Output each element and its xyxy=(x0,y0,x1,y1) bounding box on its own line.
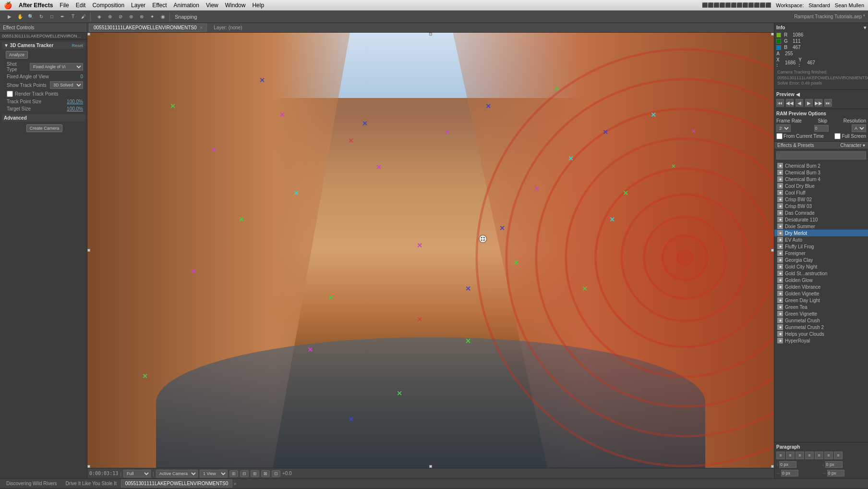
timeline-tab-close[interactable]: × xyxy=(233,481,236,487)
menu-window[interactable]: Window xyxy=(225,2,246,9)
preview-first[interactable]: ⏮ xyxy=(776,99,784,107)
effect-item-1[interactable]: ★Chemical Burn 3 xyxy=(774,169,868,176)
info-expand[interactable]: ▾ xyxy=(864,25,866,30)
tool-extra-1[interactable]: ◈ xyxy=(95,12,104,21)
timeline-tab-drive[interactable]: Drive It Like You Stole It xyxy=(61,479,121,488)
effect-item-14[interactable]: ★Georgia Clay xyxy=(774,257,868,263)
comp-tab-close[interactable]: × xyxy=(200,25,203,30)
handle-br[interactable] xyxy=(771,465,774,468)
toggle-grid[interactable]: ⊞ xyxy=(251,470,259,477)
space-after-input[interactable] xyxy=(825,461,843,468)
toggle-safe-zones[interactable]: ⊟ xyxy=(240,470,249,477)
effect-item-24[interactable]: ★Gunmetal Crush 2 xyxy=(774,324,868,330)
align-justify-left[interactable]: ≡ xyxy=(805,452,814,459)
view-mode-select[interactable]: Active Camera Custom View 1 Top Front xyxy=(156,470,198,477)
effect-item-12[interactable]: ★Fluffy Lil Frog xyxy=(774,243,868,250)
tool-extra-3[interactable]: ⊘ xyxy=(116,12,125,21)
tool-hand[interactable]: ✋ xyxy=(15,12,25,21)
effect-item-22[interactable]: ★Green Vignette xyxy=(774,310,868,317)
track-point-size-value[interactable]: 100.0% xyxy=(67,99,83,104)
preview-last[interactable]: ⏭ xyxy=(824,99,832,107)
analyze-button[interactable]: Analyze xyxy=(6,51,28,59)
viewport[interactable]: ✕ ✕ ✕ ✕ ✕ ✕ ✕ ✕ ✕ ✕ ✕ ✕ ✕ ✕ ✕ ✕ ✕ ✕ ✕ xyxy=(87,33,774,468)
target-size-value[interactable]: 100.0% xyxy=(67,106,83,111)
handle-tc[interactable] xyxy=(429,33,432,36)
angle-value[interactable]: 0 xyxy=(80,74,83,79)
effect-item-23[interactable]: ★Gunmetal Crush xyxy=(774,317,868,324)
show-track-select[interactable]: 3D Solved 2D Source xyxy=(50,81,83,89)
align-right[interactable]: ≡ xyxy=(796,452,804,459)
create-camera-button[interactable]: Create Camera xyxy=(26,124,63,132)
toggle-channels[interactable]: ⊞ xyxy=(229,470,238,477)
menu-file[interactable]: File xyxy=(60,2,69,9)
ram-skip-input[interactable] xyxy=(814,125,829,132)
effect-item-10[interactable]: ★Dry Merlot xyxy=(774,230,868,236)
preview-next[interactable]: ▶▶ xyxy=(815,99,822,107)
toggle-guides[interactable]: ⊠ xyxy=(261,470,270,477)
tool-extra-4[interactable]: ⊛ xyxy=(126,12,136,21)
tool-select[interactable]: ▶ xyxy=(5,12,14,21)
channels-select[interactable]: 1 View 2 Views 4 Views xyxy=(200,470,228,477)
menu-help[interactable]: Help xyxy=(252,2,264,9)
effect-item-17[interactable]: ★Golden Glow xyxy=(774,277,868,283)
align-center[interactable]: ≡ xyxy=(786,452,795,459)
tool-extra-5[interactable]: ⊗ xyxy=(137,12,146,21)
effect-item-6[interactable]: ★Crisp BW 03 xyxy=(774,203,868,209)
space-before-input[interactable] xyxy=(779,461,796,468)
effect-item-18[interactable]: ★Golden Vibrance xyxy=(774,283,868,290)
handle-mr[interactable] xyxy=(771,249,774,252)
align-justify-right[interactable]: ≡ xyxy=(824,452,833,459)
from-current-time-checkbox[interactable] xyxy=(776,133,783,139)
align-justify-all[interactable]: ≡ xyxy=(834,452,843,459)
menu-edit[interactable]: Edit xyxy=(76,2,86,9)
effect-item-5[interactable]: ★Crisp BW 02 xyxy=(774,196,868,203)
preview-prev[interactable]: ◀ xyxy=(796,99,803,107)
preview-play[interactable]: ▶ xyxy=(805,99,813,107)
menu-layer[interactable]: Layer xyxy=(131,2,145,9)
indent-right-input[interactable] xyxy=(827,470,844,477)
menu-effect[interactable]: Effect xyxy=(152,2,167,9)
handle-bl[interactable] xyxy=(87,465,90,468)
ram-res-select[interactable]: Auto Full Half xyxy=(852,124,866,132)
full-screen-checkbox[interactable] xyxy=(834,133,841,139)
handle-ml[interactable] xyxy=(87,249,90,252)
tool-rotate[interactable]: ↻ xyxy=(36,12,46,21)
effect-item-9[interactable]: ★Dixie Summer xyxy=(774,223,868,230)
apple-menu[interactable]: 🍎 xyxy=(4,1,12,9)
workspace-value[interactable]: Standard xyxy=(808,2,830,8)
handle-tl[interactable] xyxy=(87,33,90,36)
resolution-select[interactable]: Full Half Quarter xyxy=(123,470,151,477)
effect-item-8[interactable]: ★Desaturate 110 xyxy=(774,216,868,223)
tool-zoom[interactable]: 🔍 xyxy=(26,12,36,21)
tool-shape[interactable]: □ xyxy=(47,12,57,21)
ram-fps-select[interactable]: 25 30 24 xyxy=(776,124,791,132)
timeline-tab-rivers[interactable]: Discovering Wild Rivers xyxy=(2,479,61,488)
effect-item-2[interactable]: ★Chemical Burn 4 xyxy=(774,176,868,183)
effect-item-15[interactable]: ★Gold City Night xyxy=(774,263,868,270)
effect-item-4[interactable]: ★Cool Fluff xyxy=(774,189,868,196)
effect-item-7[interactable]: ★Das Comrade xyxy=(774,209,868,216)
toggle-rulers[interactable]: ⊡ xyxy=(272,470,280,477)
effect-item-19[interactable]: ★Golden Vignette xyxy=(774,290,868,297)
menu-view[interactable]: View xyxy=(206,2,218,9)
shot-type-select[interactable]: Fixed Angle of Vi Variable Specfy Angle … xyxy=(30,63,83,71)
preview-prev-frame[interactable]: ◀◀ xyxy=(786,99,794,107)
tool-brush[interactable]: 🖌 xyxy=(79,12,88,21)
indent-left-input[interactable] xyxy=(781,470,798,477)
effect-item-21[interactable]: ★Green Tea xyxy=(774,304,868,310)
tool-pen[interactable]: ✒ xyxy=(58,12,67,21)
handle-bc[interactable] xyxy=(429,465,432,468)
effects-search-input[interactable] xyxy=(776,151,866,159)
effect-item-26[interactable]: ★HyperRoyal xyxy=(774,337,868,344)
tool-extra-6[interactable]: ✦ xyxy=(147,12,157,21)
tool-extra-7[interactable]: ◉ xyxy=(158,12,168,21)
effect-item-20[interactable]: ★Green Day Light xyxy=(774,297,868,304)
effect-item-25[interactable]: ★Helps your Clouds xyxy=(774,330,868,337)
reset-button-label[interactable]: Reset xyxy=(72,43,83,48)
menu-composition[interactable]: Composition xyxy=(92,2,124,9)
character-label[interactable]: Character ▾ xyxy=(840,143,865,148)
effect-item-16[interactable]: ★Gold St...arstruction xyxy=(774,270,868,277)
camera-tracker-header[interactable]: ▼ 3D Camera Tracker Reset xyxy=(2,42,85,49)
align-left[interactable]: ≡ xyxy=(776,452,785,459)
effect-item-13[interactable]: ★Foreigner xyxy=(774,250,868,257)
